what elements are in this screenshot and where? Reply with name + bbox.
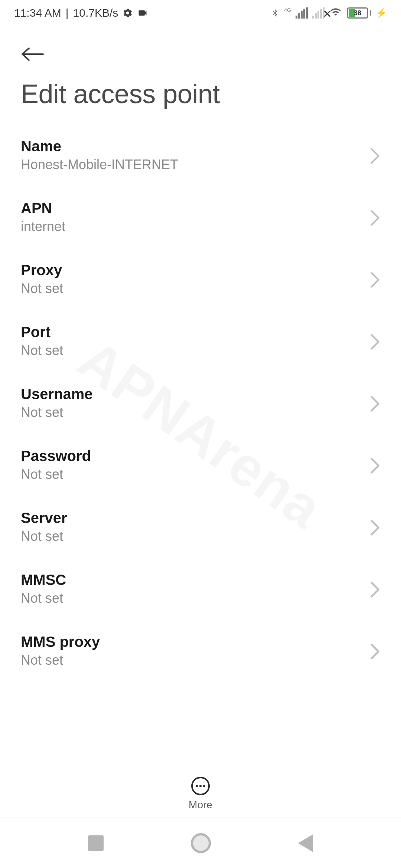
setting-label: Password <box>21 448 370 464</box>
more-button[interactable]: More <box>189 777 212 811</box>
setting-label: Server <box>21 510 370 526</box>
battery-indicator: 38 <box>347 7 371 19</box>
chevron-right-icon <box>370 457 380 473</box>
cellular-signal-2-icon: ✕ <box>312 7 325 19</box>
network-type: 4G <box>284 7 291 13</box>
setting-value: Not set <box>21 529 370 544</box>
setting-label: Port <box>21 324 370 341</box>
setting-name[interactable]: Name Honest-Mobile-INTERNET <box>21 124 380 186</box>
setting-value: internet <box>21 219 370 234</box>
bottom-toolbar: More <box>0 770 401 818</box>
setting-label: APN <box>21 200 370 217</box>
chevron-right-icon <box>370 333 380 349</box>
status-left: 11:34 AM | 10.7KB/s <box>14 7 148 19</box>
setting-value: Not set <box>21 591 370 606</box>
nav-home-button[interactable] <box>191 833 211 853</box>
chevron-right-icon <box>370 209 380 226</box>
bluetooth-icon <box>271 7 280 19</box>
charging-icon: ⚡ <box>376 8 387 18</box>
setting-username[interactable]: Username Not set <box>21 372 380 434</box>
system-nav-bar <box>0 818 401 868</box>
page-title: Edit access point <box>0 71 401 124</box>
setting-proxy[interactable]: Proxy Not set <box>21 248 380 310</box>
setting-mmsc[interactable]: MMSC Not set <box>21 558 380 619</box>
setting-label: MMSC <box>21 572 370 588</box>
setting-mms-proxy[interactable]: MMS proxy Not set <box>21 619 380 681</box>
camera-icon <box>137 8 148 18</box>
setting-label: MMS proxy <box>21 634 370 650</box>
back-button[interactable] <box>21 45 45 64</box>
setting-server[interactable]: Server Not set <box>21 496 380 558</box>
nav-recents-button[interactable] <box>88 835 104 851</box>
chevron-right-icon <box>370 643 380 659</box>
chevron-right-icon <box>370 395 380 411</box>
gear-icon <box>123 8 133 18</box>
setting-label: Proxy <box>21 262 370 279</box>
status-bar: 11:34 AM | 10.7KB/s 4G ✕ 38 <box>0 0 401 26</box>
setting-value: Not set <box>21 652 370 668</box>
setting-value: Honest-Mobile-INTERNET <box>21 157 370 172</box>
nav-back-button[interactable] <box>298 834 313 852</box>
setting-value: Not set <box>21 343 370 358</box>
chevron-right-icon <box>370 271 380 287</box>
setting-apn[interactable]: APN internet <box>21 186 380 248</box>
setting-value: Not set <box>21 405 370 420</box>
chevron-right-icon <box>370 519 380 535</box>
more-label: More <box>189 799 212 811</box>
setting-port[interactable]: Port Not set <box>21 310 380 372</box>
status-data-rate: 10.7KB/s <box>73 7 118 19</box>
status-right: 4G ✕ 38 ⚡ <box>271 6 387 20</box>
setting-password[interactable]: Password Not set <box>21 434 380 496</box>
setting-value: Not set <box>21 281 370 296</box>
cellular-signal-icon <box>296 7 308 19</box>
chevron-right-icon <box>370 581 380 597</box>
setting-label: Name <box>21 138 370 155</box>
status-separator: | <box>66 7 69 19</box>
battery-percent: 38 <box>354 9 361 17</box>
settings-list: Name Honest-Mobile-INTERNET APN internet… <box>0 124 401 681</box>
more-icon <box>191 777 210 795</box>
setting-value: Not set <box>21 467 370 482</box>
chevron-right-icon <box>370 147 380 164</box>
setting-label: Username <box>21 386 370 402</box>
status-time: 11:34 AM <box>14 7 61 19</box>
